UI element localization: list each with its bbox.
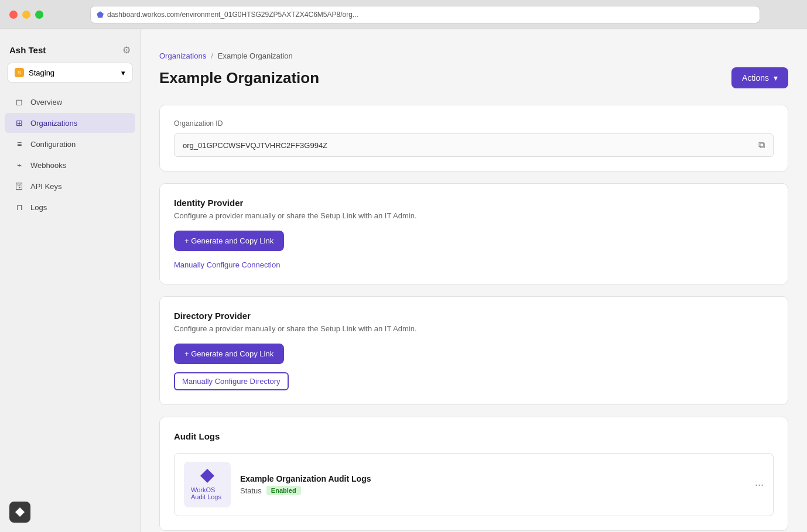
overview-icon: ◻: [14, 97, 25, 107]
sidebar-item-logs[interactable]: ⊓ Logs: [5, 197, 135, 217]
site-icon: ⬟: [97, 10, 104, 19]
org-id-label: Organization ID: [174, 119, 774, 128]
minimize-button[interactable]: [22, 11, 30, 19]
address-text: dashboard.workos.com/environment_01G0HTS…: [107, 11, 358, 19]
identity-provider-title: Identity Provider: [174, 198, 774, 208]
directory-provider-title: Directory Provider: [174, 311, 774, 321]
audit-icon-box: WorkOS Audit Logs: [184, 462, 231, 507]
env-icon: S: [15, 68, 24, 77]
webhooks-icon: ⌁: [14, 160, 25, 170]
audit-logs-title: Audit Logs: [174, 431, 774, 441]
sidebar-item-configuration[interactable]: ≡ Configuration: [5, 134, 135, 154]
breadcrumb: Organizations / Example Organization: [159, 52, 788, 60]
close-button[interactable]: [9, 11, 18, 19]
gear-icon[interactable]: ⚙: [122, 44, 131, 56]
sidebar-item-webhooks[interactable]: ⌁ Webhooks: [5, 155, 135, 175]
identity-provider-desc: Configure a provider manually or share t…: [174, 211, 774, 220]
workos-diamond-icon: [200, 469, 214, 483]
directory-provider-card: Directory Provider Configure a provider …: [159, 296, 788, 405]
environment-selector[interactable]: S Staging ▾: [7, 63, 133, 83]
audit-icon-label: WorkOS Audit Logs: [191, 486, 224, 500]
svg-marker-0: [15, 507, 25, 517]
audit-status-row: Status Enabled: [240, 486, 746, 495]
sidebar-item-organizations[interactable]: ⊞ Organizations: [5, 113, 135, 133]
sidebar-item-overview[interactable]: ◻ Overview: [5, 92, 135, 112]
audit-log-item: WorkOS Audit Logs Example Organization A…: [174, 453, 774, 516]
identity-generate-copy-link-button[interactable]: + Generate and Copy Link: [174, 231, 284, 251]
chevron-down-icon: ▾: [121, 68, 125, 77]
sidebar-title: Ash Test: [9, 45, 46, 55]
audit-item-name: Example Organization Audit Logs: [240, 474, 746, 483]
org-id-value: org_01GPCCWSFVQJTVHRC2FF3G994Z: [183, 141, 327, 150]
org-id-field: org_01GPCCWSFVQJTVHRC2FF3G994Z ⧉: [174, 133, 774, 157]
sidebar-header: Ash Test ⚙: [0, 35, 140, 63]
env-name: Staging: [29, 68, 54, 77]
sidebar-nav: ◻ Overview ⊞ Organizations ≡ Configurati…: [0, 92, 140, 218]
breadcrumb-separator: /: [211, 52, 213, 60]
workos-logo: [9, 502, 30, 523]
copy-icon[interactable]: ⧉: [758, 140, 765, 150]
identity-provider-card: Identity Provider Configure a provider m…: [159, 183, 788, 284]
directory-provider-desc: Configure a provider manually or share t…: [174, 324, 774, 333]
sidebar-item-label: Webhooks: [30, 161, 66, 170]
window-chrome: ⬟ dashboard.workos.com/environment_01G0H…: [0, 0, 807, 29]
audit-more-button[interactable]: ···: [755, 479, 764, 491]
main-content: Organizations / Example Organization Exa…: [141, 0, 807, 532]
breadcrumb-parent-link[interactable]: Organizations: [159, 52, 206, 60]
status-badge: Enabled: [266, 486, 301, 495]
sidebar-item-label: Configuration: [30, 140, 76, 149]
audit-info: Example Organization Audit Logs Status E…: [240, 474, 746, 495]
breadcrumb-current: Example Organization: [218, 52, 293, 60]
sidebar-item-label: Organizations: [30, 119, 77, 128]
sidebar-item-label: API Keys: [30, 182, 61, 191]
api-keys-icon: ⚿: [14, 181, 25, 191]
audit-logs-card: Audit Logs WorkOS Audit Logs Example Org…: [159, 417, 788, 531]
identity-manual-configure-link[interactable]: Manually Configure Connection: [174, 260, 280, 269]
org-id-card: Organization ID org_01GPCCWSFVQJTVHRC2FF…: [159, 105, 788, 171]
page-title: Example Organization: [159, 69, 319, 87]
sidebar-item-label: Logs: [30, 203, 47, 212]
organizations-icon: ⊞: [14, 118, 25, 128]
configuration-icon: ≡: [14, 139, 25, 149]
traffic-lights: [0, 11, 43, 19]
page-header: Example Organization Actions ▾: [159, 67, 788, 88]
sidebar: Ash Test ⚙ S Staging ▾ ◻ Overview ⊞ Orga…: [0, 0, 141, 532]
address-bar[interactable]: ⬟ dashboard.workos.com/environment_01G0H…: [90, 6, 760, 23]
sidebar-item-label: Overview: [30, 98, 62, 107]
audit-status-label: Status: [240, 486, 262, 495]
actions-button[interactable]: Actions ▾: [731, 67, 788, 88]
directory-manual-configure-link[interactable]: Manually Configure Directory: [174, 372, 289, 390]
logs-icon: ⊓: [14, 202, 25, 212]
maximize-button[interactable]: [35, 11, 43, 19]
sidebar-bottom: [0, 492, 140, 532]
directory-generate-copy-link-button[interactable]: + Generate and Copy Link: [174, 344, 284, 364]
sidebar-item-api-keys[interactable]: ⚿ API Keys: [5, 176, 135, 196]
chevron-down-icon: ▾: [774, 73, 778, 83]
